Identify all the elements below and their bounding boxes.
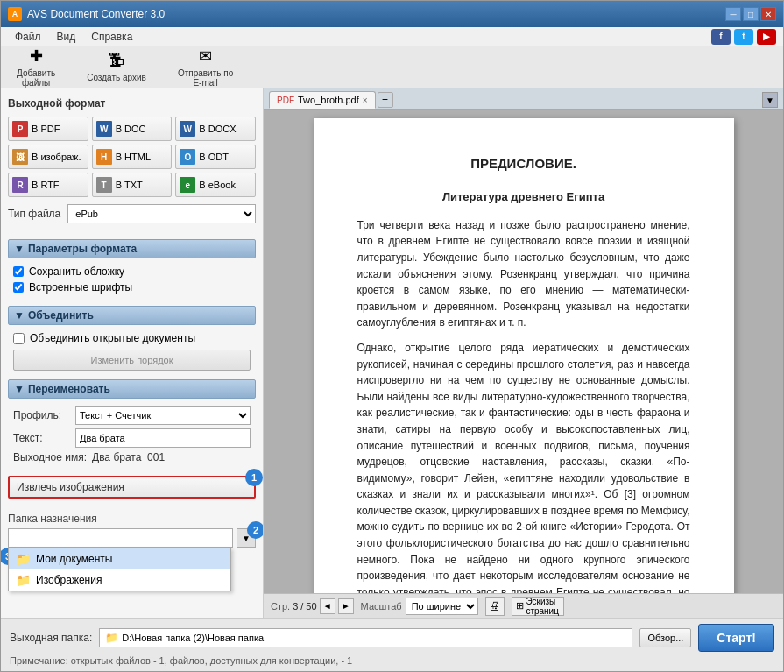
format-docx-button[interactable]: W В DOCX bbox=[175, 117, 256, 141]
html-label: В HTML bbox=[116, 152, 151, 162]
send-email-button[interactable]: ✉ Отправить поE-mail bbox=[171, 43, 240, 91]
output-folder-row: Выходная папка: 📁 D:\Новая папка (2)\Нов… bbox=[10, 624, 774, 652]
format-html-button[interactable]: H В HTML bbox=[92, 145, 173, 169]
format-odt-button[interactable]: O В ODT bbox=[175, 145, 256, 169]
menu-view[interactable]: Вид bbox=[50, 29, 83, 45]
add-files-button[interactable]: ✚ Добавитьфайлы bbox=[10, 43, 62, 91]
scale-select[interactable]: По ширине bbox=[406, 598, 478, 615]
merge-arrow-icon: ▼ bbox=[14, 309, 25, 322]
twitter-icon[interactable]: t bbox=[734, 29, 753, 45]
thumbnails-label: Эскизыстраниц bbox=[526, 597, 559, 616]
ebook-icon: e bbox=[180, 177, 195, 193]
rename-content: Профиль: Текст + Счетчик Текст: Выходное… bbox=[8, 402, 256, 470]
embedded-fonts-label: Встроенные шрифты bbox=[29, 281, 132, 294]
extract-images-button[interactable]: Извлечь изображения bbox=[8, 476, 256, 499]
rtf-icon: R bbox=[12, 177, 28, 193]
merge-checkbox[interactable] bbox=[13, 333, 25, 344]
menu-bar: Файл Вид Справка f t ▶ bbox=[1, 27, 783, 46]
tab-close-button[interactable]: × bbox=[363, 95, 368, 105]
document-tab[interactable]: PDF Two_broth.pdf × bbox=[269, 91, 376, 109]
format-ebook-button[interactable]: e В eBook bbox=[175, 173, 256, 197]
doc-label: В DOC bbox=[116, 124, 146, 134]
images-folder-icon: 📁 bbox=[16, 573, 31, 587]
change-order-button[interactable]: Изменить порядок bbox=[13, 350, 251, 371]
create-archive-button[interactable]: 🗜 Создать архив bbox=[80, 48, 153, 86]
thumbnails-icon: ⊞ bbox=[516, 600, 524, 612]
output-browse-button[interactable]: Обзор... bbox=[639, 628, 691, 647]
page-current: 3 bbox=[293, 601, 298, 612]
my-documents-label: Мои документы bbox=[36, 553, 112, 565]
doc-paragraph-1: Три четверти века назад и позже было рас… bbox=[357, 217, 690, 331]
print-button[interactable]: 🖨 bbox=[485, 597, 505, 616]
facebook-icon[interactable]: f bbox=[711, 29, 731, 45]
bottom-row2: Примечание: открытых файлов - 1, файлов,… bbox=[10, 655, 774, 666]
dropdown-item-documents[interactable]: 📁 Мои документы bbox=[9, 548, 230, 569]
menu-help[interactable]: Справка bbox=[84, 29, 139, 45]
rename-header[interactable]: ▼ Переименовать bbox=[8, 379, 256, 399]
format-rtf-button[interactable]: R В RTF bbox=[8, 173, 88, 197]
txt-label: В TXT bbox=[116, 180, 143, 190]
start-button[interactable]: Старт! bbox=[698, 624, 774, 652]
close-button[interactable]: ✕ bbox=[760, 7, 776, 21]
collapse-arrow-icon: ▼ bbox=[14, 243, 25, 255]
text-input[interactable] bbox=[75, 428, 251, 448]
merge-checkbox-label: Объединить открытые документы bbox=[30, 332, 195, 344]
tab-filename: Two_broth.pdf bbox=[298, 95, 359, 105]
thumbnails-button[interactable]: ⊞ Эскизыстраниц bbox=[512, 597, 564, 616]
page-label: Стр. bbox=[271, 601, 290, 612]
format-params-header[interactable]: ▼ Параметры формата bbox=[8, 239, 256, 258]
email-icon: ✉ bbox=[199, 46, 212, 66]
filetype-select[interactable]: ePub bbox=[67, 204, 256, 223]
text-label: Текст: bbox=[13, 432, 70, 444]
pdf-tab-icon: PDF bbox=[277, 95, 294, 105]
format-img-button[interactable]: 🖼 В изображ. bbox=[8, 145, 88, 169]
extract-wrapper: Извлечь изображения 1 bbox=[8, 476, 256, 506]
next-page-button[interactable]: ► bbox=[338, 598, 354, 614]
format-section-title: Выходной формат bbox=[8, 95, 256, 111]
window-title: AVS Document Converter 3.0 bbox=[27, 8, 165, 20]
tab-dropdown-button[interactable]: ▼ bbox=[762, 92, 778, 108]
format-params-content: Сохранить обложку Встроенные шрифты bbox=[8, 262, 256, 301]
pdf-label: В PDF bbox=[32, 124, 60, 134]
page-total: 50 bbox=[306, 601, 316, 612]
format-grid: P В PDF W В DOC W В DOCX 🖼 В изображ. bbox=[8, 117, 256, 197]
merge-section: ▼ Объединить Объединить открытые докумен… bbox=[8, 306, 256, 374]
folder-combo-input[interactable] bbox=[8, 528, 233, 548]
minimize-button[interactable]: ─ bbox=[725, 7, 741, 21]
prev-page-button[interactable]: ◄ bbox=[320, 598, 335, 614]
youtube-icon[interactable]: ▶ bbox=[757, 29, 776, 45]
rtf-label: В RTF bbox=[32, 180, 60, 190]
add-tab-button[interactable]: + bbox=[378, 92, 393, 108]
merge-header[interactable]: ▼ Объединить bbox=[8, 306, 256, 325]
email-label: Отправить поE-mail bbox=[178, 68, 233, 88]
add-files-icon: ✚ bbox=[30, 46, 43, 66]
profile-select[interactable]: Текст + Счетчик bbox=[75, 406, 251, 425]
format-pdf-button[interactable]: P В PDF bbox=[8, 117, 88, 141]
dropdown-item-images[interactable]: 📁 Изображения bbox=[9, 569, 230, 591]
format-txt-button[interactable]: T В TXT bbox=[92, 173, 173, 197]
format-doc-button[interactable]: W В DOC bbox=[92, 117, 173, 141]
odt-icon: O bbox=[180, 149, 195, 165]
main-area: Выходной формат P В PDF W В DOC W В DOCX bbox=[1, 88, 783, 618]
doc-subtitle: Литература древнего Египта bbox=[357, 188, 690, 207]
rename-label: Переименовать bbox=[28, 383, 110, 395]
filetype-label: Тип файла bbox=[8, 208, 60, 220]
app-icon: A bbox=[8, 7, 22, 21]
menu-file[interactable]: Файл bbox=[8, 29, 48, 45]
document-view[interactable]: ПРЕДИСЛОВИЕ. Литература древнего Египта … bbox=[264, 110, 783, 593]
scale-label: Масштаб bbox=[361, 601, 402, 612]
output-name-label: Выходное имя: bbox=[13, 451, 87, 463]
save-cover-checkbox[interactable] bbox=[13, 266, 24, 277]
toolbar: ✚ Добавитьфайлы 🗜 Создать архив ✉ Отправ… bbox=[1, 46, 783, 88]
doc-title: ПРЕДИСЛОВИЕ. bbox=[357, 153, 690, 174]
badge-1: 1 bbox=[245, 469, 263, 486]
folder-section: Папка назначения ▼ 2 📁 Мои документы bbox=[8, 513, 256, 572]
format-section: Выходной формат P В PDF W В DOC W В DOCX bbox=[8, 95, 256, 230]
left-panel: Выходной формат P В PDF W В DOC W В DOCX bbox=[1, 88, 264, 618]
archive-icon: 🗜 bbox=[109, 52, 124, 70]
txt-icon: T bbox=[96, 177, 112, 193]
output-folder-label: Выходная папка: bbox=[10, 632, 92, 644]
save-cover-label: Сохранить обложку bbox=[29, 265, 124, 278]
maximize-button[interactable]: □ bbox=[743, 7, 759, 21]
embedded-fonts-checkbox[interactable] bbox=[13, 282, 24, 293]
